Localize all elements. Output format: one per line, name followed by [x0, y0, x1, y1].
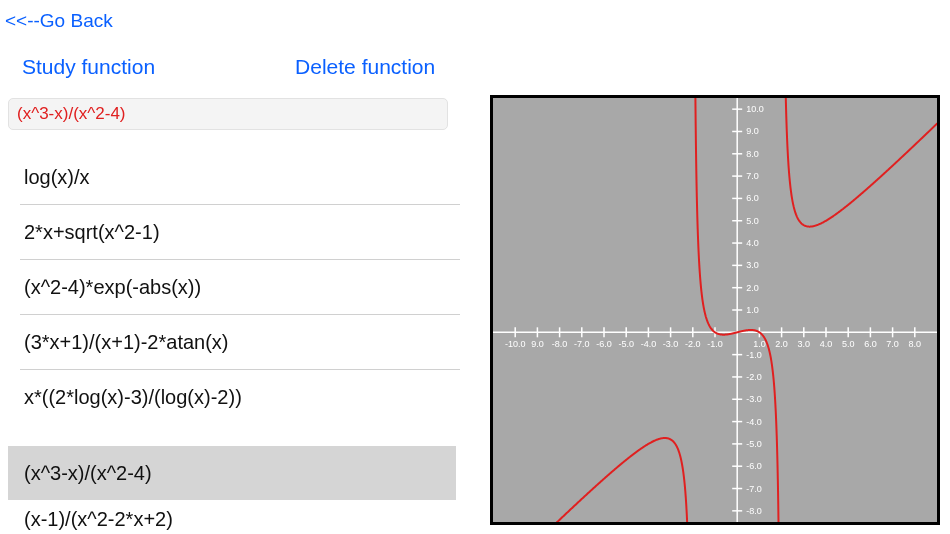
svg-text:6.0: 6.0 [864, 339, 877, 349]
toolbar: Study function Delete function [0, 55, 482, 79]
list-item[interactable]: x*((2*log(x)-3)/(log(x)-2)) [20, 370, 460, 424]
svg-text:-1.0: -1.0 [707, 339, 723, 349]
svg-text:-4.0: -4.0 [641, 339, 657, 349]
svg-text:8.0: 8.0 [909, 339, 922, 349]
list-item-partial[interactable]: (x-1)/(x^2-2*x+2) [20, 508, 464, 534]
graph-panel: -10.09.0-8.0-7.0-6.0-5.0-4.0-3.0-2.0-1.0… [490, 95, 940, 525]
svg-text:-5.0: -5.0 [746, 439, 762, 449]
svg-text:3.0: 3.0 [798, 339, 811, 349]
list-item[interactable]: log(x)/x [20, 150, 460, 205]
svg-text:5.0: 5.0 [746, 216, 759, 226]
svg-text:1.0: 1.0 [753, 339, 766, 349]
svg-text:-7.0: -7.0 [746, 484, 762, 494]
svg-text:6.0: 6.0 [746, 193, 759, 203]
delete-function-button[interactable]: Delete function [295, 55, 435, 79]
list-item[interactable]: (3*x+1)/(x+1)-2*atan(x) [20, 315, 460, 370]
svg-text:-6.0: -6.0 [596, 339, 612, 349]
go-back-link[interactable]: <<--Go Back [5, 10, 113, 32]
selected-function-field[interactable]: (x^3-x)/(x^2-4) [8, 98, 448, 130]
svg-text:-4.0: -4.0 [746, 417, 762, 427]
svg-text:9.0: 9.0 [531, 339, 544, 349]
svg-text:-3.0: -3.0 [663, 339, 679, 349]
svg-text:7.0: 7.0 [886, 339, 899, 349]
svg-text:-5.0: -5.0 [618, 339, 634, 349]
graph-plot: -10.09.0-8.0-7.0-6.0-5.0-4.0-3.0-2.0-1.0… [493, 98, 937, 522]
svg-text:1.0: 1.0 [746, 305, 759, 315]
svg-text:-8.0: -8.0 [552, 339, 568, 349]
svg-text:3.0: 3.0 [746, 260, 759, 270]
svg-text:-10.0: -10.0 [505, 339, 526, 349]
app-root: <<--Go Back Study function Delete functi… [0, 0, 950, 534]
svg-text:-2.0: -2.0 [685, 339, 701, 349]
list-item-selected[interactable]: (x^3-x)/(x^2-4) [8, 446, 456, 500]
svg-text:-2.0: -2.0 [746, 372, 762, 382]
svg-text:-6.0: -6.0 [746, 461, 762, 471]
svg-text:-1.0: -1.0 [746, 350, 762, 360]
study-function-button[interactable]: Study function [22, 55, 155, 79]
list-item[interactable]: (x^2-4)*exp(-abs(x)) [20, 260, 460, 315]
svg-text:-7.0: -7.0 [574, 339, 590, 349]
svg-text:10.0: 10.0 [746, 104, 764, 114]
svg-text:2.0: 2.0 [746, 283, 759, 293]
svg-text:8.0: 8.0 [746, 149, 759, 159]
svg-text:2.0: 2.0 [775, 339, 788, 349]
svg-text:7.0: 7.0 [746, 171, 759, 181]
svg-text:-3.0: -3.0 [746, 394, 762, 404]
svg-text:4.0: 4.0 [746, 238, 759, 248]
list-item[interactable]: 2*x+sqrt(x^2-1) [20, 205, 460, 260]
svg-text:9.0: 9.0 [746, 126, 759, 136]
svg-text:5.0: 5.0 [842, 339, 855, 349]
svg-text:-8.0: -8.0 [746, 506, 762, 516]
svg-text:4.0: 4.0 [820, 339, 833, 349]
